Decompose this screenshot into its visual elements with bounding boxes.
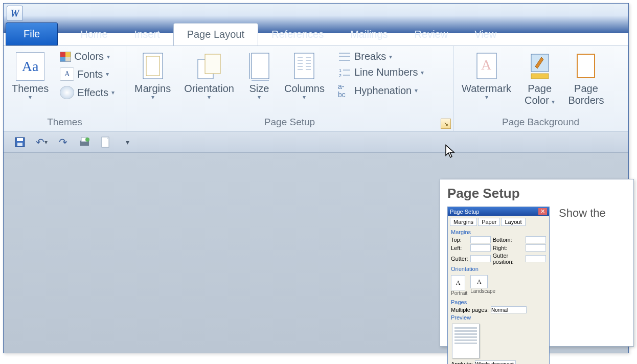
theme-colors-label: Colors (74, 51, 104, 62)
page-setup-dialog-launcher[interactable]: ↘ (441, 119, 451, 129)
breaks-icon (338, 51, 351, 62)
tab-mailings[interactable]: Mailings (337, 24, 401, 46)
chevron-down-icon: ▾ (208, 95, 211, 100)
group-page-setup-label: Page Setup (131, 115, 448, 131)
tab-page-layout[interactable]: Page Layout (173, 23, 258, 46)
size-button[interactable]: Size ▾ (244, 49, 274, 101)
columns-icon (292, 52, 316, 81)
tab-file-label: File (24, 28, 40, 39)
hyphenation-label: Hyphenation (354, 85, 412, 97)
preview-tab-paper: Paper (478, 218, 500, 226)
hyphenation-button[interactable]: a-bc Hyphenation ▾ (337, 81, 425, 100)
orientation-label: Orientation (184, 83, 234, 95)
svg-rect-32 (17, 143, 22, 146)
theme-fonts-label: Fonts (77, 69, 103, 80)
preview-left-label: Left: (451, 245, 468, 251)
breaks-button[interactable]: Breaks ▾ (337, 49, 425, 64)
svg-rect-31 (17, 138, 23, 141)
chevron-down-icon: ▾ (415, 88, 418, 93)
preview-pages-section: Pages (448, 298, 549, 306)
tab-review[interactable]: Review (401, 24, 462, 46)
tab-mailings-label: Mailings (350, 29, 388, 40)
margins-label: Margins (134, 83, 171, 95)
theme-fonts-button[interactable]: A Fonts ▾ (59, 66, 116, 82)
theme-colors-button[interactable]: Colors ▾ (59, 49, 116, 64)
new-page-icon (101, 136, 111, 148)
save-button[interactable] (13, 135, 27, 149)
preview-orientation-section: Orientation (448, 265, 549, 273)
chevron-down-icon: ▾ (151, 95, 154, 100)
preview-gutter-label: Gutter: (451, 256, 468, 262)
tab-insert[interactable]: Insert (121, 24, 173, 46)
svg-text:2: 2 (339, 73, 342, 78)
preview-margins-section: Margins (448, 228, 549, 236)
page-borders-icon (574, 52, 598, 81)
margins-button[interactable]: Margins ▾ (131, 49, 174, 101)
tooltip-description: Show the (559, 207, 606, 220)
page-color-button[interactable]: Page Color ▾ (521, 49, 558, 107)
page-borders-label-line2: Borders (568, 95, 604, 106)
page-setup-tooltip: Page Setup Page Setup ✕ Margins Paper La… (440, 179, 634, 347)
word-app-icon[interactable]: W (7, 6, 23, 21)
line-numbers-label: Line Numbers (354, 66, 418, 78)
preview-applyto-select (475, 360, 516, 364)
themes-button[interactable]: Aa Themes ▾ (9, 49, 52, 101)
portrait-icon: A (451, 275, 465, 290)
preview-applyto-label: Apply to: (451, 361, 473, 364)
chevron-down-icon: ▾ (29, 95, 32, 100)
chevron-down-icon: ▾ (421, 70, 424, 75)
columns-label: Columns (284, 83, 325, 95)
preview-preview-section: Preview (448, 313, 549, 322)
redo-button[interactable]: ↷ (56, 135, 70, 149)
group-page-setup: Margins ▾ Orientation ▾ Size ▾ Columns ▾ (126, 46, 453, 131)
preview-bottom-input (526, 236, 546, 243)
chevron-down-icon: ▾ (303, 95, 306, 100)
preview-gutterpos-label: Gutter position: (493, 253, 524, 265)
preview-window-title: Page Setup (450, 209, 480, 215)
page-setup-dialog-preview: Page Setup ✕ Margins Paper Layout Margin… (447, 207, 550, 364)
tab-view[interactable]: View (461, 24, 510, 46)
svg-rect-4 (252, 53, 269, 79)
ribbon-tabstrip: File Home Insert Page Layout References … (4, 23, 628, 46)
group-page-background-label: Page Background (459, 115, 623, 131)
preview-top-label: Top: (451, 237, 468, 243)
chevron-down-icon: ▾ (106, 72, 109, 77)
colors-icon (60, 52, 71, 62)
page-borders-button[interactable]: Page Borders (565, 49, 607, 107)
customize-icon: ▾ (126, 138, 129, 146)
save-icon (14, 136, 26, 148)
line-numbers-icon: 12 (338, 67, 351, 78)
orientation-button[interactable]: Orientation ▾ (181, 49, 237, 101)
tab-file[interactable]: File (6, 22, 58, 46)
size-label: Size (249, 83, 269, 95)
preview-gutter-input (470, 255, 491, 262)
page-color-label-line2: Color (525, 95, 549, 106)
tab-page-layout-label: Page Layout (187, 29, 244, 40)
svg-rect-3 (205, 54, 220, 74)
preview-left-input (470, 244, 491, 252)
quick-access-toolbar: ↶▾ ↷ ▾ (4, 131, 628, 153)
qat-customize-button[interactable]: ▾ (120, 135, 134, 149)
tab-insert-label: Insert (134, 29, 160, 40)
tab-references[interactable]: References (258, 24, 337, 46)
svg-text:1: 1 (339, 68, 342, 73)
tab-references-label: References (271, 29, 324, 40)
quick-print-button[interactable] (77, 135, 92, 149)
landscape-icon: A (470, 275, 488, 288)
tab-home[interactable]: Home (67, 24, 121, 46)
svg-rect-29 (577, 54, 595, 78)
new-document-button[interactable] (99, 135, 113, 149)
svg-rect-7 (294, 53, 314, 79)
watermark-button[interactable]: A Watermark ▾ (459, 49, 514, 101)
themes-icon: Aa (16, 52, 44, 81)
preview-multiple-label: Multiple pages: (451, 307, 489, 313)
tab-home-label: Home (80, 29, 107, 40)
preview-bottom-label: Bottom: (493, 237, 524, 243)
word-app-letter: W (10, 8, 19, 19)
columns-button[interactable]: Columns ▾ (281, 49, 328, 101)
undo-button[interactable]: ↶▾ (34, 135, 49, 149)
line-numbers-button[interactable]: 12 Line Numbers ▾ (337, 65, 425, 80)
theme-effects-button[interactable]: Effects ▾ (59, 84, 116, 101)
preview-right-label: Right: (493, 245, 524, 251)
svg-text:A: A (481, 57, 492, 73)
